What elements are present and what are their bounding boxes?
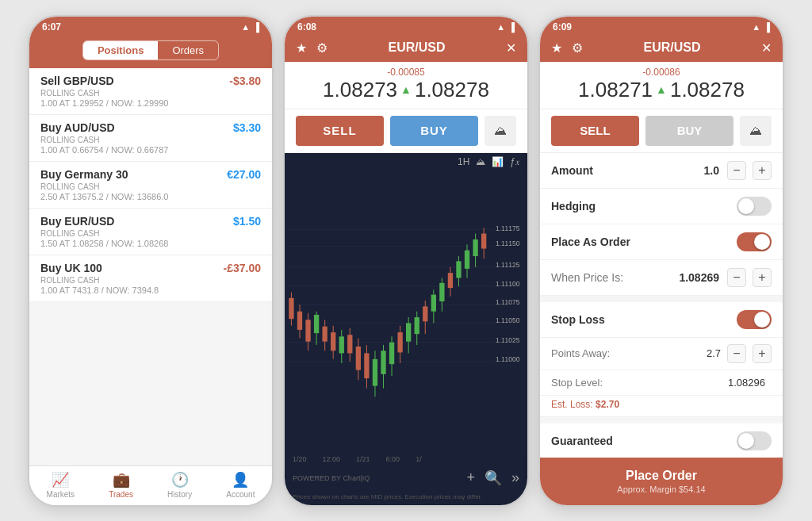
place-as-order-toggle-knob [754, 234, 770, 250]
position-audusd[interactable]: Buy AUD/USD $3.30 ROLLING CASH 1.00 AT 0… [29, 115, 272, 162]
position-name: Buy Germany 30 [40, 168, 128, 181]
wifi-icon-2: ▲ [496, 22, 505, 32]
when-price-label: When Price Is: [551, 271, 679, 284]
trade-form: Amount 1.0 − + Hedging Place As Order Wh… [540, 153, 783, 458]
hedging-row: Hedging [540, 189, 783, 224]
chart-header: ★ ⚙ EUR/USD ✕ [285, 36, 527, 62]
trade-buttons: SELL BUY ⛰ [285, 109, 527, 153]
position-type: ROLLING CASH [40, 89, 261, 98]
panel-chart: 6:08 ▲ ▐ ★ ⚙ EUR/USD ✕ -0.00085 1.08273 … [283, 15, 529, 507]
stop-loss-row: Stop Loss [540, 302, 783, 338]
amount-decrease-button[interactable]: − [727, 161, 746, 180]
nav-history[interactable]: 🕐 History [167, 471, 192, 499]
battery-icon: ▐ [253, 22, 259, 32]
points-away-value: 2.7 [707, 347, 721, 359]
svg-text:1.11075: 1.11075 [496, 298, 520, 306]
wifi-icon-3: ▲ [752, 22, 760, 32]
position-name: Buy EUR/USD [40, 215, 114, 228]
close-icon-3[interactable]: ✕ [761, 40, 772, 56]
close-icon[interactable]: ✕ [506, 40, 516, 56]
zoom-in-icon[interactable]: 🔍 [485, 469, 502, 487]
timeframe-label[interactable]: 1H [458, 156, 469, 167]
forward-icon[interactable]: » [511, 469, 519, 487]
time-3: 6:09 [553, 21, 572, 33]
star-icon[interactable]: ★ [296, 40, 307, 56]
est-loss-row: Est. Loss: $2.70 [540, 396, 783, 417]
chart-bottom: POWERED BY Chart|IQ + 🔍 » [285, 466, 527, 492]
chart-type-icon[interactable]: ⛰ [476, 156, 485, 167]
nav-history-label: History [167, 490, 192, 499]
position-eurusd[interactable]: Buy EUR/USD $1.50 ROLLING CASH 1.50 AT 1… [29, 209, 272, 255]
svg-rect-35 [364, 353, 369, 378]
position-pnl: $1.50 [233, 215, 261, 228]
form-price-arrow-icon: ▲ [656, 83, 667, 96]
form-sell-button[interactable]: SELL [551, 116, 639, 146]
indicators-icon[interactable]: 📊 [492, 156, 504, 167]
header-left-icons: ★ ⚙ [296, 40, 327, 56]
status-bar-2: 6:08 ▲ ▐ [285, 17, 527, 36]
tab-positions[interactable]: Positions [83, 41, 159, 59]
wifi-icon: ▲ [241, 22, 250, 32]
panel-trade-form: 6:09 ▲ ▐ ★ ⚙ EUR/USD ✕ -0.00086 1.08271 … [538, 15, 784, 507]
date-label-2: 12:00 [323, 455, 341, 463]
amount-stepper: − + [727, 161, 772, 180]
amount-increase-button[interactable]: + [753, 161, 772, 180]
form-trade-buttons: SELL BUY ⛰ [540, 109, 783, 153]
gear-icon-3[interactable]: ⚙ [572, 40, 583, 56]
formula-icon[interactable]: ƒ𝑥 [510, 156, 519, 167]
position-gbpusd[interactable]: Sell GBP/USD -$3.80 ROLLING CASH 1.00 AT… [29, 68, 272, 115]
form-buy-button[interactable]: BUY [645, 116, 733, 146]
position-details: 1.00 AT 7431.8 / NOW: 7394.8 [40, 285, 261, 295]
stop-loss-toggle[interactable] [737, 310, 772, 329]
chart-title: EUR/USD [388, 40, 445, 55]
svg-text:1.11150: 1.11150 [496, 239, 520, 247]
place-as-order-toggle[interactable] [737, 232, 772, 251]
gear-icon[interactable]: ⚙ [316, 40, 327, 56]
position-type: ROLLING CASH [40, 276, 261, 285]
svg-rect-21 [305, 320, 310, 341]
svg-text:1.11050: 1.11050 [496, 316, 520, 324]
svg-rect-57 [456, 261, 461, 278]
amount-label: Amount [551, 164, 704, 177]
position-details: 1.50 AT 1.08258 / NOW: 1.08268 [40, 239, 261, 248]
buy-button[interactable]: BUY [390, 116, 478, 146]
guaranteed-toggle[interactable] [737, 431, 772, 450]
form-chart-button[interactable]: ⛰ [740, 116, 772, 146]
svg-rect-23 [314, 314, 319, 332]
time-1: 6:07 [42, 21, 61, 33]
points-away-label: Points Away: [551, 347, 707, 359]
tab-orders[interactable]: Orders [158, 41, 218, 59]
price-section: -0.00085 1.08273 ▲ 1.08278 [285, 62, 527, 109]
sell-button[interactable]: SELL [296, 116, 384, 146]
guaranteed-label: Guaranteed [551, 435, 737, 447]
star-icon-3[interactable]: ★ [551, 40, 562, 56]
nav-account[interactable]: 👤 Account [226, 471, 255, 499]
position-name: Buy UK 100 [40, 262, 102, 274]
position-germany30[interactable]: Buy Germany 30 €27.00 ROLLING CASH 2.50 … [29, 162, 272, 209]
zoom-out-icon[interactable]: + [466, 469, 475, 487]
svg-rect-63 [481, 233, 486, 248]
points-away-increase-button[interactable]: + [753, 344, 772, 363]
svg-text:1.11000: 1.11000 [496, 355, 520, 363]
divider-1 [540, 296, 783, 302]
svg-rect-59 [465, 250, 469, 268]
chart-toggle-button[interactable]: ⛰ [485, 116, 516, 146]
svg-rect-51 [431, 294, 436, 311]
header-left-icons-3: ★ ⚙ [551, 40, 583, 56]
nav-markets[interactable]: 📈 Markets [47, 471, 75, 499]
position-uk100[interactable]: Buy UK 100 -£37.00 ROLLING CASH 1.00 AT … [29, 255, 272, 302]
position-type: ROLLING CASH [40, 229, 261, 238]
svg-rect-27 [331, 332, 335, 351]
svg-rect-33 [356, 347, 361, 370]
when-price-increase-button[interactable]: + [753, 268, 772, 287]
svg-rect-39 [381, 351, 385, 374]
svg-rect-43 [397, 332, 402, 352]
place-order-button[interactable]: Place Order Approx. Margin $54.14 [540, 458, 783, 505]
nav-trades[interactable]: 💼 Trades [109, 471, 133, 499]
when-price-decrease-button[interactable]: − [727, 268, 746, 287]
place-as-order-row: Place As Order [540, 224, 783, 260]
points-away-decrease-button[interactable]: − [727, 344, 746, 363]
hedging-toggle[interactable] [737, 197, 772, 216]
svg-rect-29 [339, 336, 344, 353]
when-price-stepper: − + [727, 268, 772, 287]
